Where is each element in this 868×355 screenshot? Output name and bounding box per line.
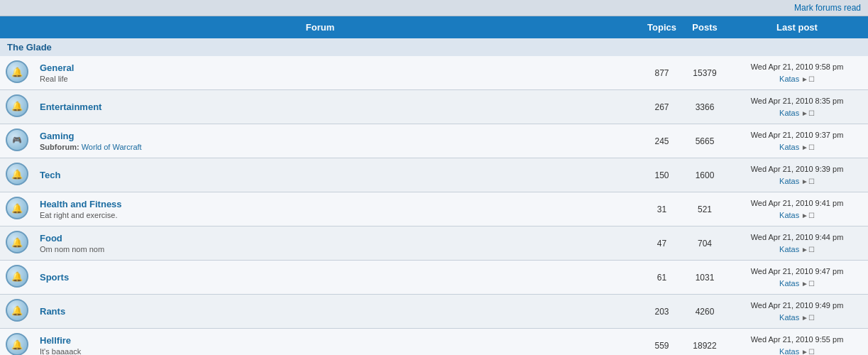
- forum-posts: 5665: [683, 124, 726, 158]
- table-row: Entertainment2673366Wed Apr 21, 2010 8:3…: [0, 90, 868, 124]
- table-row: FoodOm nom nom nom47704Wed Apr 21, 2010 …: [0, 226, 868, 261]
- last-post-author-link[interactable]: Katas: [779, 347, 799, 356]
- forum-posts: 15379: [683, 56, 726, 90]
- forum-name-cell: Tech: [34, 158, 640, 192]
- section-title: The Glade: [0, 38, 868, 56]
- forum-topics: 31: [640, 192, 683, 226]
- header-posts: Posts: [683, 16, 726, 38]
- last-post-date: Wed Apr 21, 2010 9:41 pm: [751, 199, 844, 207]
- forum-name-cell: Sports: [34, 261, 640, 295]
- forum-title-link[interactable]: Entertainment: [40, 102, 101, 112]
- forum-last-post: Wed Apr 21, 2010 9:47 pmKatas ►☐: [726, 261, 868, 295]
- forum-icon: [6, 333, 28, 355]
- last-post-arrow-icon: ►☐: [799, 212, 815, 219]
- forum-title-link[interactable]: Health and Fitness: [40, 199, 122, 209]
- last-post-author-link[interactable]: Katas: [779, 279, 799, 288]
- last-post-arrow-icon: ►☐: [799, 109, 815, 117]
- forum-desc: Eat right and exercise.: [40, 211, 634, 219]
- forum-icon-cell: [0, 158, 34, 192]
- header-last-post: Last post: [726, 16, 868, 38]
- forum-last-post: Wed Apr 21, 2010 9:44 pmKatas ►☐: [726, 226, 868, 261]
- forum-topics: 877: [640, 56, 683, 90]
- forum-icon-cell: [0, 295, 34, 329]
- forum-name-cell: Rants: [34, 295, 640, 329]
- forum-posts: 521: [683, 192, 726, 226]
- forum-subforum: Subforum: World of Warcraft: [40, 143, 634, 151]
- forum-icon: [6, 299, 28, 322]
- last-post-date: Wed Apr 21, 2010 9:44 pm: [751, 233, 844, 241]
- table-row: Rants2034260Wed Apr 21, 2010 9:49 pmKata…: [0, 295, 868, 329]
- last-post-author-link[interactable]: Katas: [779, 143, 799, 151]
- forum-table: Forum Topics Posts Last post The Glade G…: [0, 16, 868, 355]
- forum-posts: 1600: [683, 158, 726, 192]
- table-row: Tech1501600Wed Apr 21, 2010 9:39 pmKatas…: [0, 158, 868, 192]
- forum-topics: 245: [640, 124, 683, 158]
- forum-icon: [6, 231, 28, 253]
- mark-forums-read-link[interactable]: Mark forums read: [794, 3, 861, 13]
- last-post-arrow-icon: ►☐: [799, 348, 815, 356]
- header-topics: Topics: [640, 16, 683, 38]
- last-post-date: Wed Apr 21, 2010 9:58 pm: [751, 62, 844, 71]
- forum-topics: 150: [640, 158, 683, 192]
- table-header: Forum Topics Posts Last post: [0, 16, 868, 38]
- forum-icon: [6, 197, 28, 219]
- subforum-link[interactable]: World of Warcraft: [82, 143, 142, 151]
- forum-posts: 704: [683, 226, 726, 261]
- last-post-date: Wed Apr 21, 2010 9:37 pm: [751, 131, 844, 139]
- forum-icon: [6, 163, 28, 185]
- forum-desc: Om nom nom nom: [40, 245, 634, 253]
- last-post-date: Wed Apr 21, 2010 9:49 pm: [751, 301, 844, 310]
- top-bar: Mark forums read: [0, 0, 868, 16]
- table-row: Sports611031Wed Apr 21, 2010 9:47 pmKata…: [0, 261, 868, 295]
- forum-last-post: Wed Apr 21, 2010 9:37 pmKatas ►☐: [726, 124, 868, 158]
- forum-topics: 47: [640, 226, 683, 261]
- forum-posts: 4260: [683, 295, 726, 329]
- last-post-author-link[interactable]: Katas: [779, 245, 799, 253]
- section-header: The Glade: [0, 38, 868, 56]
- forum-posts: 1031: [683, 261, 726, 295]
- last-post-date: Wed Apr 21, 2010 9:39 pm: [751, 165, 844, 173]
- forum-icon-cell: [0, 192, 34, 226]
- last-post-author-link[interactable]: Katas: [779, 109, 799, 117]
- forum-icon-cell: [0, 261, 34, 295]
- forum-topics: 203: [640, 295, 683, 329]
- forum-name-cell: Health and FitnessEat right and exercise…: [34, 192, 640, 226]
- forum-icon: [6, 265, 28, 288]
- subforum-label: Subforum:: [40, 143, 82, 151]
- forum-icon-cell: [0, 56, 34, 90]
- last-post-author-link[interactable]: Katas: [779, 75, 799, 83]
- forum-icon-cell: [0, 226, 34, 261]
- last-post-author-link[interactable]: Katas: [779, 211, 799, 219]
- forum-last-post: Wed Apr 21, 2010 9:55 pmKatas ►☐: [726, 329, 868, 356]
- forum-title-link[interactable]: Food: [40, 233, 62, 244]
- table-row: GeneralReal life87715379Wed Apr 21, 2010…: [0, 56, 868, 90]
- forum-name-cell: GeneralReal life: [34, 56, 640, 90]
- forum-topics: 61: [640, 261, 683, 295]
- forum-last-post: Wed Apr 21, 2010 9:49 pmKatas ►☐: [726, 295, 868, 329]
- forum-topics: 559: [640, 329, 683, 356]
- last-post-arrow-icon: ►☐: [799, 314, 815, 322]
- last-post-author-link[interactable]: Katas: [779, 177, 799, 185]
- last-post-arrow-icon: ►☐: [799, 280, 815, 288]
- forum-desc: It's baaaack: [40, 347, 634, 355]
- last-post-arrow-icon: ►☐: [799, 178, 815, 185]
- last-post-arrow-icon: ►☐: [799, 75, 815, 83]
- forum-title-link[interactable]: Hellfire: [40, 335, 71, 346]
- forum-title-link[interactable]: Tech: [40, 170, 60, 180]
- forum-icon-cell: [0, 329, 34, 356]
- forum-last-post: Wed Apr 21, 2010 8:35 pmKatas ►☐: [726, 90, 868, 124]
- forum-desc: Real life: [40, 75, 634, 83]
- forum-title-link[interactable]: Sports: [40, 272, 69, 283]
- table-row: HellfireIt's baaaack55918922Wed Apr 21, …: [0, 329, 868, 356]
- last-post-author-link[interactable]: Katas: [779, 313, 799, 322]
- forum-title-link[interactable]: General: [40, 62, 74, 73]
- forum-last-post: Wed Apr 21, 2010 9:58 pmKatas ►☐: [726, 56, 868, 90]
- forum-name-cell: Entertainment: [34, 90, 640, 124]
- forum-posts: 18922: [683, 329, 726, 356]
- forum-title-link[interactable]: Rants: [40, 306, 65, 317]
- last-post-date: Wed Apr 21, 2010 9:55 pm: [751, 335, 844, 344]
- forum-icon: [6, 94, 28, 117]
- last-post-date: Wed Apr 21, 2010 9:47 pm: [751, 267, 844, 275]
- forum-title-link[interactable]: Gaming: [40, 131, 74, 141]
- table-row: Health and FitnessEat right and exercise…: [0, 192, 868, 226]
